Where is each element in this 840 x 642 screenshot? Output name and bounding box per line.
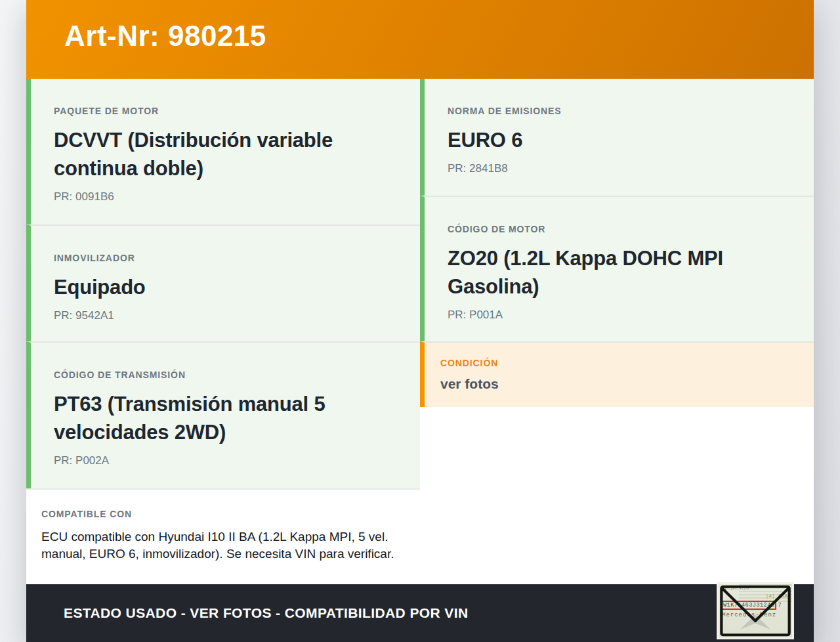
vin-document-photo: Fahrgestellnr. |4| AJA W1K71463J31248 7 …	[717, 582, 794, 639]
card-value: DCVVT (Distribución variable continua do…	[54, 126, 395, 182]
registration-document: Fahrgestellnr. |4| AJA W1K71463J31248 7 …	[719, 584, 792, 637]
card-codigo-de-transmision: CÓDIGO DE TRANSMISIÓN PT63 (Transmisión …	[26, 341, 420, 488]
card-codigo-de-motor: CÓDIGO DE MOTOR ZO20 (1.2L Kappa DOHC MP…	[420, 196, 814, 341]
card-label: PAQUETE DE MOTOR	[54, 106, 395, 116]
card-pr-code: PR: P002A	[54, 454, 395, 467]
card-pr-code: PR: 0091B6	[54, 190, 395, 203]
content-area: PAQUETE DE MOTOR DCVVT (Distribución var…	[26, 79, 814, 584]
right-column: NORMA DE EMISIONES EURO 6 PR: 2841B8 CÓD…	[420, 79, 814, 584]
right-column-filler	[420, 407, 814, 584]
card-label: INMOVILIZADOR	[54, 253, 395, 263]
card-compatibility-text: ECU compatible con Hyundai I10 II BA (1.…	[41, 528, 400, 563]
card-pr-code: PR: 2841B8	[448, 162, 789, 175]
card-value: ZO20 (1.2L Kappa DOHC MPI Gasolina)	[448, 244, 789, 301]
page-title: Art-Nr: 980215	[64, 20, 266, 53]
listing-container: Art-Nr: 980215 PAQUETE DE MOTOR DCVVT (D…	[26, 0, 814, 642]
card-label: CONDICIÓN	[440, 358, 798, 368]
card-paquete-de-motor: PAQUETE DE MOTOR DCVVT (Distribución var…	[26, 79, 420, 225]
card-value: EURO 6	[448, 126, 789, 154]
card-pr-code: PR: 9542A1	[54, 309, 395, 322]
footer-status-text: ESTADO USADO - VER FOTOS - COMPATIBILIDA…	[64, 605, 469, 621]
card-norma-de-emisiones: NORMA DE EMISIONES EURO 6 PR: 2841B8	[420, 79, 814, 196]
card-inmovilizador: INMOVILIZADOR Equipado PR: 9542A1	[26, 225, 420, 341]
header-banner: Art-Nr: 980215	[26, 0, 814, 79]
card-label: CÓDIGO DE TRANSMISIÓN	[54, 370, 395, 380]
left-column: PAQUETE DE MOTOR DCVVT (Distribución var…	[26, 79, 420, 584]
card-pr-code: PR: P001A	[448, 309, 789, 322]
envelope-icon	[719, 584, 792, 637]
card-compatible-con: COMPATIBLE CON ECU compatible con Hyunda…	[26, 488, 420, 584]
card-condicion: CONDICIÓN ver fotos	[420, 341, 814, 407]
card-label: CÓDIGO DE MOTOR	[448, 224, 789, 234]
footer-bar: ESTADO USADO - VER FOTOS - COMPATIBILIDA…	[26, 584, 814, 642]
card-label: NORMA DE EMISIONES	[448, 106, 789, 116]
condition-value: ver fotos	[440, 375, 798, 393]
card-label: COMPATIBLE CON	[41, 509, 400, 519]
card-value: PT63 (Transmisión manual 5 velocidades 2…	[54, 390, 395, 446]
card-value: Equipado	[54, 273, 395, 301]
